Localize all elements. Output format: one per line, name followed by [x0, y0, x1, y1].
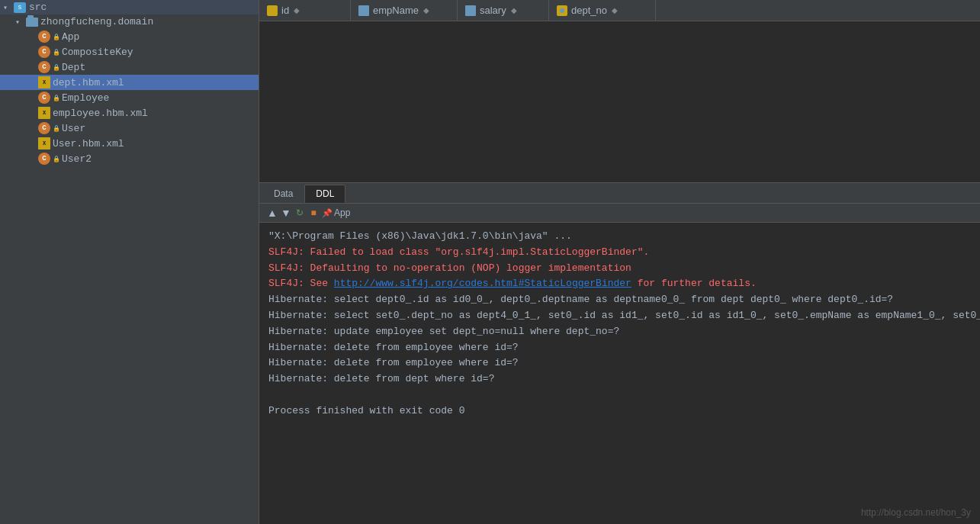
lock-icon: 🔒 — [53, 49, 60, 56]
sidebar-item-label: src — [29, 2, 47, 13]
sidebar-item-src[interactable]: ▾ s src — [0, 0, 259, 14]
class-icon: C — [38, 46, 50, 58]
console-down-button[interactable]: ▼ — [279, 206, 293, 220]
fk-key-icon — [557, 5, 567, 16]
table-header: id ◆ empName ◆ salary ◆ — [259, 0, 980, 21]
console-line: Hibernate: select set0_.dept_no as dept4… — [268, 308, 971, 324]
console-stop-button[interactable]: ■ — [307, 206, 320, 220]
console-line: Hibernate: select dept0_.id as id0_0_, d… — [268, 292, 971, 308]
sort-icon: ◆ — [294, 6, 300, 14]
tab-ddl[interactable]: DDL — [304, 185, 345, 203]
sidebar-item-label: dept.hbm.xml — [53, 77, 124, 88]
console-section: ▲ ▼ ↻ ■ 📌 App "X:\Program Files (x86)\Ja… — [259, 204, 980, 509]
sidebar-item-label: CompositeKey — [62, 47, 133, 58]
sidebar-item-dept[interactable]: C 🔒 Dept — [0, 59, 259, 75]
field-icon — [358, 5, 369, 16]
console-line — [268, 387, 971, 403]
col-empname-label: empName — [373, 5, 419, 16]
sidebar-item-employee[interactable]: C 🔒 Employee — [0, 90, 259, 105]
slf4j-link[interactable]: http://www.slf4j.org/codes.html#StaticLo… — [334, 278, 631, 289]
sidebar-item-dept-hbm-xml[interactable]: X dept.hbm.xml — [0, 75, 259, 90]
console-line: SLF4J: Defaulting to no-operation (NOP) … — [268, 261, 971, 277]
sidebar-item-label: Employee — [62, 92, 109, 104]
right-panel: id ◆ empName ◆ salary ◆ — [259, 0, 980, 524]
sidebar-item-label: zhongfucheng.domain — [40, 16, 153, 27]
console-title: App — [334, 207, 350, 218]
lock-icon: 🔒 — [53, 95, 60, 101]
console-line: Hibernate: delete from employee where id… — [268, 340, 971, 356]
class-icon: C — [38, 153, 50, 165]
xml-icon: X — [38, 76, 50, 88]
xml-icon: X — [38, 107, 50, 119]
sidebar-item-employee-hbm-xml[interactable]: X employee.hbm.xml — [0, 105, 259, 121]
console-up-button[interactable]: ▲ — [265, 206, 279, 220]
class-icon: C — [38, 122, 50, 134]
lock-icon: 🔒 — [53, 34, 60, 40]
sort-icon: ◆ — [511, 6, 517, 14]
sidebar-item-user2[interactable]: C 🔒 User2 — [0, 151, 259, 166]
col-deptno[interactable]: dept_no ◆ — [549, 0, 656, 21]
console-line: "X:\Program Files (x86)\Java\jdk1.7.0\bi… — [268, 229, 971, 245]
col-id[interactable]: id ◆ — [259, 0, 351, 21]
class-icon: C — [38, 31, 50, 43]
col-deptno-label: dept_no — [571, 5, 607, 16]
console-line-mixed: SLF4J: See http://www.slf4j.org/codes.ht… — [268, 276, 971, 292]
sidebar-item-zhongfucheng[interactable]: ▾ zhongfucheng.domain — [0, 14, 259, 29]
sidebar-item-user[interactable]: C 🔒 User — [0, 121, 259, 136]
sort-icon: ◆ — [612, 6, 618, 14]
console-line: Hibernate: delete from employee where id… — [268, 355, 971, 371]
src-folder-icon: s — [14, 2, 26, 13]
sidebar-item-label: User — [62, 123, 85, 134]
lock-icon: 🔒 — [53, 125, 60, 132]
lock-icon: 🔒 — [53, 156, 60, 162]
col-salary[interactable]: salary ◆ — [458, 0, 549, 21]
console-line: Hibernate: update employee set dept_no=n… — [268, 324, 971, 340]
console-restart-button[interactable]: ↻ — [293, 206, 307, 220]
xml-icon: X — [38, 137, 50, 149]
console-line: SLF4J: Failed to load class "org.slf4j.i… — [268, 245, 971, 261]
tree-arrow-pkg: ▾ — [15, 18, 26, 27]
col-id-label: id — [281, 5, 289, 16]
tab-bar: Data DDL — [259, 183, 980, 204]
tab-ddl-label: DDL — [316, 188, 334, 199]
col-salary-label: salary — [480, 5, 506, 16]
col-empname[interactable]: empName ◆ — [351, 0, 458, 21]
sidebar-item-app[interactable]: C 🔒 App — [0, 29, 259, 44]
console-line: Hibernate: delete from dept where id=? — [268, 371, 971, 387]
sidebar-item-label: App — [62, 31, 79, 43]
sidebar-item-label: Dept — [62, 62, 85, 73]
sidebar-item-label: User2 — [62, 153, 92, 165]
sidebar-item-user-hbm-xml[interactable]: X User.hbm.xml — [0, 136, 259, 151]
console-line: Process finished with exit code 0 — [268, 403, 971, 420]
sort-icon: ◆ — [423, 6, 429, 14]
console-toolbar: ▲ ▼ ↻ ■ 📌 App — [259, 204, 980, 223]
tree-arrow-src: ▾ — [3, 3, 14, 12]
field-icon — [465, 5, 476, 16]
console-pin-button[interactable]: 📌 — [320, 206, 334, 220]
package-icon — [26, 18, 38, 27]
watermark: http://blog.csdn.net/hon_3y — [861, 507, 971, 518]
class-icon: C — [38, 61, 50, 73]
file-tree: ▾ s src ▾ zhongfucheng.domain C 🔒 App C — [0, 0, 259, 524]
sidebar-item-label: employee.hbm.xml — [53, 108, 148, 119]
lock-icon: 🔒 — [53, 64, 60, 71]
console-output[interactable]: "X:\Program Files (x86)\Java\jdk1.7.0\bi… — [259, 223, 980, 509]
tab-data-label: Data — [274, 188, 293, 199]
sidebar-item-compositekey[interactable]: C 🔒 CompositeKey — [0, 44, 259, 59]
key-icon — [267, 5, 278, 16]
sidebar-item-label: User.hbm.xml — [53, 138, 124, 149]
table-area: id ◆ empName ◆ salary ◆ — [259, 0, 980, 183]
class-icon: C — [38, 92, 50, 104]
tab-data[interactable]: Data — [262, 185, 304, 203]
